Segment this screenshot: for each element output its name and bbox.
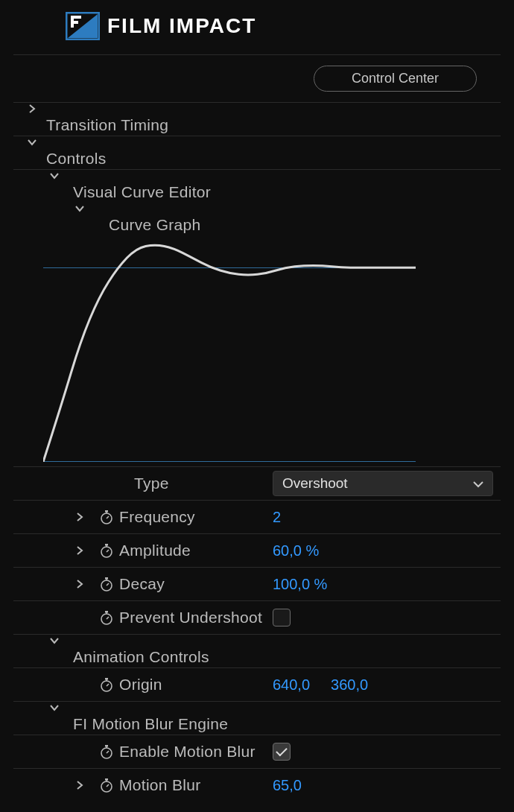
param-frequency-value[interactable]: 2 (273, 509, 281, 526)
stopwatch-icon[interactable] (94, 542, 119, 559)
stopwatch-icon[interactable] (94, 676, 119, 693)
param-frequency-label: Frequency (119, 508, 268, 526)
param-prevent-undershoot-label: Prevent Undershoot (119, 609, 268, 627)
control-center-button[interactable]: Control Center (314, 66, 477, 92)
section-curve-graph[interactable]: Curve Graph (94, 216, 496, 234)
param-enable-motion-blur-label: Enable Motion Blur (119, 743, 268, 761)
curve-graph-container (13, 235, 501, 462)
stopwatch-icon[interactable] (94, 777, 119, 793)
enable-motion-blur-checkbox[interactable] (273, 743, 291, 761)
chevron-right-icon[interactable] (18, 104, 46, 113)
svg-line-28 (107, 751, 109, 753)
param-decay-label: Decay (119, 575, 268, 593)
param-type-label: Type (119, 475, 268, 492)
film-impact-logo-icon (66, 12, 100, 40)
chevron-down-icon[interactable] (40, 703, 69, 712)
section-transition-timing[interactable]: Transition Timing (46, 116, 268, 134)
brand-logo: FILM IMPACT (66, 12, 256, 40)
svg-line-20 (107, 617, 109, 619)
section-visual-curve-editor[interactable]: Visual Curve Editor (69, 183, 496, 201)
prevent-undershoot-checkbox[interactable] (273, 609, 291, 627)
chevron-right-icon[interactable] (66, 513, 94, 521)
chevron-right-icon[interactable] (66, 781, 94, 790)
param-origin-x[interactable]: 640,0 (273, 676, 310, 694)
chevron-right-icon[interactable] (66, 580, 94, 589)
param-origin-label: Origin (119, 676, 268, 694)
param-amplitude-label: Amplitude (119, 542, 268, 559)
brand-row: FILM IMPACT (13, 6, 501, 55)
chevron-down-icon (473, 475, 483, 492)
section-animation-controls[interactable]: Animation Controls (69, 648, 496, 666)
chevron-down-icon[interactable] (18, 138, 46, 147)
type-dropdown[interactable]: Overshoot (273, 471, 493, 496)
chevron-right-icon[interactable] (66, 546, 94, 555)
section-motion-blur-engine[interactable]: FI Motion Blur Engine (69, 715, 496, 733)
chevron-down-icon[interactable] (40, 171, 69, 180)
svg-line-8 (107, 516, 109, 518)
brand-name: FILM IMPACT (107, 14, 256, 38)
effects-panel: FILM IMPACT Control Center Transition Ti… (0, 0, 514, 812)
svg-rect-3 (71, 16, 81, 19)
param-motion-blur-value[interactable]: 65,0 (273, 777, 302, 794)
stopwatch-icon[interactable] (94, 576, 119, 592)
svg-line-32 (107, 784, 109, 787)
param-origin-y[interactable]: 360,0 (331, 676, 368, 694)
chevron-down-icon[interactable] (40, 636, 69, 645)
control-center-row: Control Center (13, 55, 501, 103)
curve-graph-path-svg (43, 238, 416, 462)
param-amplitude-value[interactable]: 60,0 % (273, 542, 319, 559)
curve-graph[interactable] (43, 238, 416, 462)
stopwatch-icon[interactable] (94, 509, 119, 525)
type-dropdown-value: Overshoot (282, 475, 348, 492)
param-motion-blur-label: Motion Blur (119, 776, 268, 794)
section-controls[interactable]: Controls (46, 150, 268, 168)
svg-line-24 (107, 684, 109, 686)
svg-rect-4 (71, 21, 78, 24)
stopwatch-icon[interactable] (94, 609, 119, 626)
param-decay-value[interactable]: 100,0 % (273, 576, 327, 593)
svg-line-16 (107, 583, 109, 586)
svg-line-12 (107, 550, 109, 552)
stopwatch-icon[interactable] (94, 743, 119, 760)
chevron-down-icon[interactable] (66, 204, 94, 213)
